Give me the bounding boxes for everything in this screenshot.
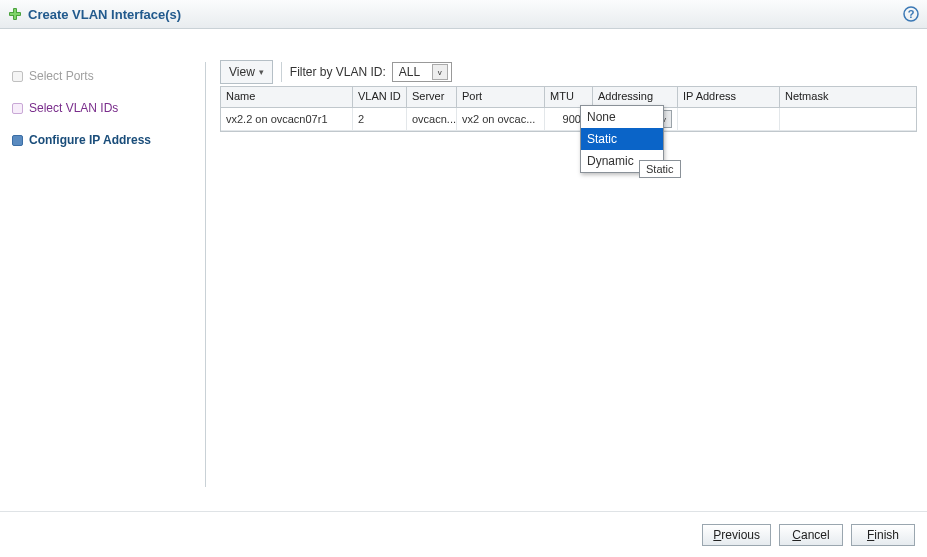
cell-port: vx2 on ovcac...: [457, 108, 545, 130]
col-vlan-id[interactable]: VLAN ID: [353, 87, 407, 107]
step-box-icon: [12, 103, 23, 114]
step-box-icon: [12, 71, 23, 82]
view-menu-button[interactable]: View ▾: [220, 60, 273, 84]
table-header-row: Name VLAN ID Server Port MTU Addressing …: [221, 87, 916, 108]
dialog-header: Create VLAN Interface(s) ?: [0, 0, 927, 29]
cancel-button[interactable]: Cancel: [779, 524, 843, 546]
col-server[interactable]: Server: [407, 87, 457, 107]
help-icon[interactable]: ?: [903, 6, 919, 22]
toolbar-separator: [281, 62, 282, 82]
filter-vlan-value: ALL: [399, 65, 420, 79]
finish-button[interactable]: Finish: [851, 524, 915, 546]
cell-netmask[interactable]: [780, 108, 916, 130]
dialog-title: Create VLAN Interface(s): [28, 7, 181, 22]
button-mnemonic: C: [792, 528, 801, 542]
col-port[interactable]: Port: [457, 87, 545, 107]
vlan-interfaces-table: Name VLAN ID Server Port MTU Addressing …: [220, 86, 917, 132]
button-rest: ancel: [801, 528, 830, 542]
tooltip: Static: [639, 160, 681, 178]
previous-button[interactable]: Previous: [702, 524, 771, 546]
main-panel: View ▾ Filter by VLAN ID: ALL v Name VLA…: [206, 60, 927, 507]
svg-text:?: ?: [908, 8, 915, 20]
col-ip-address[interactable]: IP Address: [678, 87, 780, 107]
col-mtu[interactable]: MTU: [545, 87, 593, 107]
filter-label: Filter by VLAN ID:: [290, 65, 386, 79]
button-rest: inish: [874, 528, 899, 542]
plus-icon: [8, 7, 22, 21]
cell-name: vx2.2 on ovcacn07r1: [221, 108, 353, 130]
step-label: Configure IP Address: [29, 133, 151, 147]
svg-rect-3: [10, 13, 20, 15]
step-label: Select Ports: [29, 69, 94, 83]
dialog-window: Create VLAN Interface(s) ? Select Ports …: [0, 0, 927, 557]
step-label: Select VLAN IDs: [29, 101, 118, 115]
col-name[interactable]: Name: [221, 87, 353, 107]
addressing-option-static[interactable]: Static: [581, 128, 663, 150]
cell-vlan-id: 2: [353, 108, 407, 130]
view-menu-label: View: [229, 62, 255, 82]
cell-server: ovcacn...: [407, 108, 457, 130]
wizard-step-select-vlan-ids[interactable]: Select VLAN IDs: [12, 98, 201, 118]
dialog-body: Select Ports Select VLAN IDs Configure I…: [0, 40, 927, 507]
wizard-step-select-ports[interactable]: Select Ports: [12, 66, 201, 86]
col-addressing[interactable]: Addressing: [593, 87, 678, 107]
step-box-icon: [12, 135, 23, 146]
button-rest: revious: [721, 528, 760, 542]
dialog-footer: Previous Cancel Finish: [0, 511, 927, 557]
table-row[interactable]: vx2.2 on ovcacn07r1 2 ovcacn... vx2 on o…: [221, 108, 916, 131]
chevron-down-icon: v: [432, 64, 448, 80]
chevron-down-icon: ▾: [259, 62, 264, 82]
wizard-steps: Select Ports Select VLAN IDs Configure I…: [0, 60, 205, 507]
table-toolbar: View ▾ Filter by VLAN ID: ALL v: [220, 60, 923, 84]
cell-ip[interactable]: [678, 108, 780, 130]
addressing-option-none[interactable]: None: [581, 106, 663, 128]
col-netmask[interactable]: Netmask: [780, 87, 916, 107]
filter-vlan-select[interactable]: ALL v: [392, 62, 452, 82]
wizard-step-configure-ip[interactable]: Configure IP Address: [12, 130, 201, 150]
